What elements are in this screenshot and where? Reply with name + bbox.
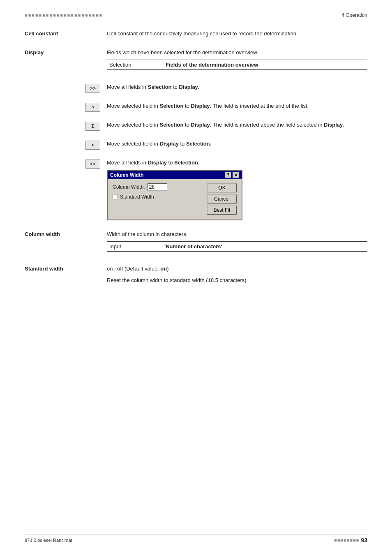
dialog-close-icon[interactable]: ✕ (233, 172, 239, 178)
btn-double-right[interactable]: >> (85, 84, 100, 93)
standard-width-section-label: Standard width (25, 265, 107, 287)
footer-page: 93 (361, 537, 367, 543)
btn-single-right[interactable]: > (85, 103, 100, 112)
btn-double-right-desc: Move all fields in Selection to Display. (107, 83, 367, 95)
section-label: 4 Operation (341, 12, 367, 18)
dialog-bestfit-button[interactable]: Best Fit (207, 206, 237, 215)
dialog-title: Column Width (110, 172, 143, 178)
btn-single-right-section: > Move selected field in Selection to Di… (25, 102, 367, 113)
cell-constant-label: Cell constant (25, 30, 107, 41)
standard-width-section-content: on | off (Default value: on) Reset the c… (107, 265, 367, 287)
cw-table-col1: Input (107, 242, 162, 252)
display-table-col1: Selection (107, 60, 163, 70)
dialog-checkbox-row: Standard Width (113, 194, 203, 200)
standard-width-toggle: on | off (107, 266, 123, 272)
footer-right: ■■■■■■■■ 93 (334, 537, 367, 543)
btn-sigma-desc: Move selected field in Selection to Disp… (107, 121, 367, 132)
standard-width-section: Standard width on | off (Default value: … (25, 265, 367, 287)
dialog-field-row: Column Width: (113, 183, 203, 191)
column-width-dialog: Column Width ? ✕ Column Width: (107, 170, 242, 220)
dialog-body: Column Width: Standard Width OK Cancel B… (108, 179, 242, 220)
btn-single-left-section: < Move selected field in Display to Sele… (25, 140, 367, 151)
dialog-help-icon[interactable]: ? (225, 172, 231, 178)
btn-double-left-section: << Move all fields in Display to Selecti… (25, 159, 367, 223)
column-width-input[interactable] (148, 183, 167, 191)
cell-constant-description: Cell constant of the conductivity measur… (107, 30, 367, 38)
dialog-left-panel: Column Width: Standard Width (113, 183, 203, 200)
default-label: Default value: (126, 266, 159, 272)
footer-dots: ■■■■■■■■ (334, 538, 359, 543)
dialog-ok-button[interactable]: OK (207, 183, 237, 192)
footer-left: 873 Biodiesel Rancimat (25, 538, 72, 543)
cell-constant-content: Cell constant of the conductivity measur… (107, 30, 367, 41)
btn-double-right-section: >> Move all fields in Selection to Displ… (25, 83, 367, 95)
display-table-col2: Fields of the determination overview (163, 60, 367, 70)
column-width-table: Input 'Number of characters' (107, 241, 367, 252)
column-width-section-content: Width of the column in characters. Input… (107, 230, 367, 258)
cell-constant-section: Cell constant Cell constant of the condu… (25, 30, 367, 41)
column-width-label: Column Width: (113, 184, 145, 190)
btn-sigma-section: Σ Move selected field in Selection to Di… (25, 121, 367, 132)
standard-width-label: Standard Width (120, 194, 154, 200)
display-intro: Fields which have been selected for the … (107, 49, 367, 57)
btn-single-left[interactable]: < (85, 141, 100, 150)
column-width-section-label: Column width (25, 230, 107, 258)
dialog-right-panel: OK Cancel Best Fit (207, 183, 237, 215)
display-table: Selection Fields of the determination ov… (107, 60, 367, 70)
display-content: Fields which have been selected for the … (107, 49, 367, 76)
dialog-cancel-button[interactable]: Cancel (207, 194, 237, 204)
btn-sigma[interactable]: Σ (85, 122, 100, 131)
btn-double-left-content: Move all fields in Display to Selection.… (107, 159, 367, 223)
column-width-description: Width of the column in characters. (107, 230, 367, 238)
top-bar: ■■■■■■■■■■■■■■■■■■■■■■ 4 Operation (25, 12, 367, 18)
top-bar-dots: ■■■■■■■■■■■■■■■■■■■■■■ (25, 13, 103, 18)
cw-table-col2: 'Number of characters' (162, 242, 367, 252)
btn-double-left[interactable]: << (85, 160, 100, 169)
btn-single-left-desc: Move selected field in Display to Select… (107, 140, 367, 151)
standard-width-checkbox[interactable] (113, 194, 118, 199)
standard-width-description: Reset the column width to standard width… (107, 276, 367, 284)
display-label: Display (25, 49, 107, 76)
dialog-title-bar: Column Width ? ✕ (108, 171, 242, 179)
display-section: Display Fields which have been selected … (25, 49, 367, 76)
default-value: on (160, 266, 167, 272)
column-width-section: Column width Width of the column in char… (25, 230, 367, 258)
btn-single-right-desc: Move selected field in Selection to Disp… (107, 102, 367, 113)
footer: 873 Biodiesel Rancimat ■■■■■■■■ 93 (25, 534, 367, 543)
